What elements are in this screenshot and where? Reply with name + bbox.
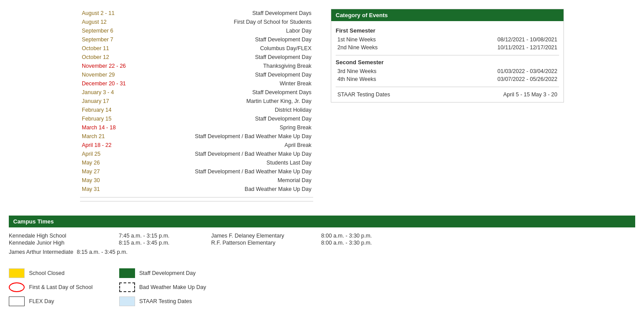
semester-week-dates: 08/12/2021 - 10/08/2021: [427, 36, 559, 44]
campus-time: 8:15 a.m. - 3:45 p.m.: [77, 249, 128, 255]
event-row: May 30 Memorial Day: [80, 176, 313, 185]
semester-week-label: 4th Nine Weeks: [336, 75, 425, 83]
event-label: Staff Development Days: [142, 88, 313, 97]
campus-name: R.F. Patterson Elementary: [211, 240, 317, 246]
semester-week-dates: 10/11/2021 - 12/17/2021: [427, 44, 559, 51]
event-schedule-table: August 2 - 11 Staff Development Days Aug…: [80, 9, 313, 194]
event-label: Staff Development / Bad Weather Make Up …: [142, 150, 313, 158]
first-semester-table: 1st Nine Weeks 08/12/2021 - 10/08/2021 2…: [336, 36, 559, 51]
legend-item: FLEX Day: [9, 296, 93, 306]
first-semester-title: First Semester: [336, 27, 559, 34]
legend-label: Staff Development Day: [139, 270, 196, 276]
event-label: Columbus Day/FLEX: [142, 44, 313, 53]
staar-dates: April 5 - 15 May 3 - 20: [503, 91, 557, 98]
event-row: March 21 Staff Development / Bad Weather…: [80, 132, 313, 141]
event-date: December 20 - 31: [80, 79, 142, 88]
legend-item: Staff Development Day: [119, 268, 206, 278]
campus-time: 8:00 a.m. - 3:30 p.m.: [321, 240, 409, 246]
event-label: Staff Development Day: [142, 35, 313, 44]
event-label: Winter Break: [142, 79, 313, 88]
event-label: Staff Development / Bad Weather Make Up …: [142, 132, 313, 141]
legend-label: FLEX Day: [29, 298, 54, 304]
campus-time: 8:00 a.m. - 3:30 p.m.: [321, 233, 409, 239]
event-label: April Break: [142, 141, 313, 150]
event-row: September 6 Labor Day: [80, 26, 313, 35]
legend-item: STAAR Testing Dates: [119, 296, 206, 306]
event-label: Students Last Day: [142, 158, 313, 167]
event-row: February 14 District Holiday: [80, 106, 313, 114]
event-date: January 3 - 4: [80, 88, 142, 97]
legend-bad-weather-icon: [119, 282, 135, 292]
event-label: Martin Luther King, Jr. Day: [142, 97, 313, 106]
legend-label: STAAR Testing Dates: [139, 298, 192, 304]
event-date: March 21: [80, 132, 142, 141]
legend-school-closed-icon: [9, 268, 25, 278]
legend-label: First & Last Day of School: [29, 284, 93, 290]
category-events-box: Category of Events First Semester 1st Ni…: [331, 9, 564, 102]
event-date: August 12: [80, 18, 142, 26]
event-label: District Holiday: [142, 106, 313, 114]
event-row: March 14 - 18 Spring Break: [80, 123, 313, 132]
legend-section: School ClosedFirst & Last Day of SchoolF…: [9, 268, 635, 306]
legend-item: Bad Weather Make Up Day: [119, 282, 206, 292]
event-date: March 14 - 18: [80, 123, 142, 132]
campus-name: James Arthur Intermediate: [9, 249, 73, 255]
event-label: Thanksgiving Break: [142, 62, 313, 70]
second-semester-title: Second Semester: [336, 59, 559, 66]
event-date: May 31: [80, 185, 142, 194]
semester-row: 2nd Nine Weeks 10/11/2021 - 12/17/2021: [336, 44, 559, 51]
event-label: Spring Break: [142, 123, 313, 132]
semester-week-dates: 03/07/2022 - 05/26/2022: [425, 75, 559, 83]
legend-item: First & Last Day of School: [9, 282, 93, 292]
legend-label: School Closed: [29, 270, 65, 276]
legend-flex-day-icon: [9, 296, 25, 306]
semester-week-label: 3rd Nine Weeks: [336, 67, 425, 75]
event-label: Labor Day: [142, 26, 313, 35]
event-row: October 11 Columbus Day/FLEX: [80, 44, 313, 53]
event-date: August 2 - 11: [80, 9, 142, 18]
event-label: Staff Development Day: [142, 114, 313, 123]
event-row: August 12 First Day of School for Studen…: [80, 18, 313, 26]
event-row: December 20 - 31 Winter Break: [80, 79, 313, 88]
campus-header: Campus Times: [9, 216, 635, 227]
event-row: May 31 Bad Weather Make Up Day: [80, 185, 313, 194]
semester-week-label: 2nd Nine Weeks: [336, 44, 427, 51]
event-date: February 15: [80, 114, 142, 123]
category-header: Category of Events: [331, 9, 564, 21]
event-row: November 29 Staff Development Day: [80, 70, 313, 79]
staar-label: STAAR Testing Dates: [337, 91, 390, 98]
legend-staff-dev-icon: [119, 268, 135, 278]
event-date: May 30: [80, 176, 142, 185]
campus-time: 7:45 a.m. - 3:15 p.m.: [119, 233, 207, 239]
semester-row: 3rd Nine Weeks 01/03/2022 - 03/04/2022: [336, 67, 559, 75]
event-date: November 22 - 26: [80, 62, 142, 70]
legend-right: Staff Development DayBad Weather Make Up…: [119, 268, 206, 306]
staar-row: STAAR Testing Dates April 5 - 15 May 3 -…: [336, 91, 559, 99]
event-row: October 12 Staff Development Day: [80, 53, 313, 62]
campus-section: Campus Times Kennedale High School7:45 a…: [9, 216, 635, 260]
legend-label: Bad Weather Make Up Day: [139, 284, 206, 290]
event-date: January 17: [80, 97, 142, 106]
event-row: February 15 Staff Development Day: [80, 114, 313, 123]
event-row: January 17 Martin Luther King, Jr. Day: [80, 97, 313, 106]
event-row: November 22 - 26 Thanksgiving Break: [80, 62, 313, 70]
event-row: April 25 Staff Development / Bad Weather…: [80, 150, 313, 158]
event-date: October 11: [80, 44, 142, 53]
event-label: Staff Development Day: [142, 70, 313, 79]
event-date: October 12: [80, 53, 142, 62]
semester-week-label: 1st Nine Weeks: [336, 36, 427, 44]
event-row: May 26 Students Last Day: [80, 158, 313, 167]
event-row: January 3 - 4 Staff Development Days: [80, 88, 313, 97]
semester-row: 4th Nine Weeks 03/07/2022 - 05/26/2022: [336, 75, 559, 83]
event-label: First Day of School for Students: [142, 18, 313, 26]
event-label: Staff Development / Bad Weather Make Up …: [142, 167, 313, 176]
semester-row: 1st Nine Weeks 08/12/2021 - 10/08/2021: [336, 36, 559, 44]
event-row: August 2 - 11 Staff Development Days: [80, 9, 313, 18]
event-date: May 27: [80, 167, 142, 176]
event-date: April 18 - 22: [80, 141, 142, 150]
legend-first-last-day-icon: [9, 282, 25, 292]
event-date: September 7: [80, 35, 142, 44]
legend-staar-icon: [119, 296, 135, 306]
campus-name: James F. Delaney Elementary: [211, 233, 317, 239]
legend-left: School ClosedFirst & Last Day of SchoolF…: [9, 268, 93, 306]
